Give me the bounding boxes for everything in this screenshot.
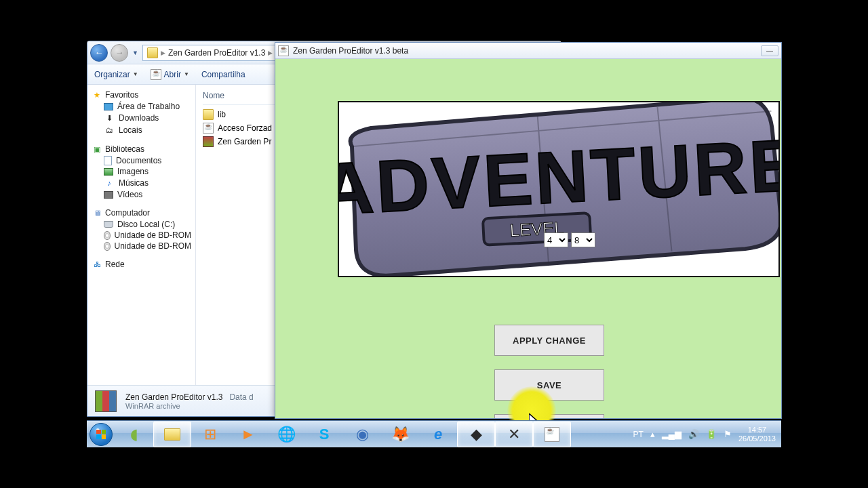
network-icon: 🖧 xyxy=(92,259,102,270)
nav-back-button[interactable]: ← xyxy=(90,44,108,62)
nav-documents[interactable]: Documentos xyxy=(90,155,193,166)
volume-icon[interactable]: 🔊 xyxy=(688,429,699,439)
start-button[interactable] xyxy=(87,421,115,448)
java-icon xyxy=(278,45,289,56)
taskbar-app-1[interactable]: ◖ xyxy=(115,422,153,447)
toolbar-organize[interactable]: Organizar ▼ xyxy=(94,70,138,79)
taskbar-explorer[interactable] xyxy=(153,422,191,447)
computer-icon: 🖥 xyxy=(92,207,102,218)
app-window: Zen Garden ProEditor v1.3 beta — ADVENTU… xyxy=(275,42,782,419)
details-filename: Zen Garden ProEditor v1.3 xyxy=(125,392,222,402)
recent-icon: 🗂 xyxy=(104,125,115,136)
document-icon xyxy=(104,156,112,165)
tools-icon: ✕ xyxy=(508,426,520,443)
nav-images[interactable]: Imagens xyxy=(90,166,193,177)
download-icon: ⬇ xyxy=(104,113,115,123)
nav-locals[interactable]: 🗂Locais xyxy=(90,124,193,136)
system-tray: PT ▴ ▂▄▆ 🔊 🔋 ⚑ 14:57 26/05/2013 xyxy=(627,421,781,447)
details-meta-label: Data d xyxy=(229,392,253,402)
taskbar-app-5[interactable]: 🌐 xyxy=(267,422,305,447)
java-icon xyxy=(203,123,214,134)
play-icon: ► xyxy=(241,426,256,443)
music-icon: ♪ xyxy=(104,178,115,188)
apply-change-button[interactable]: APPLY CHANGE xyxy=(494,325,604,356)
nav-music[interactable]: ♪Músicas xyxy=(90,177,193,189)
video-icon xyxy=(104,191,113,199)
taskbar-app-11[interactable]: ✕ xyxy=(495,422,533,447)
chevron-down-icon: ▼ xyxy=(133,71,138,77)
swirl-icon: ◉ xyxy=(356,426,369,443)
windows-orb-icon xyxy=(90,423,113,446)
clock-time: 14:57 xyxy=(738,426,776,434)
nav-bdrom2[interactable]: Unidade de BD-ROM xyxy=(90,241,193,251)
nav-computer[interactable]: 🖥Computador xyxy=(90,207,193,219)
disk-icon xyxy=(104,221,113,228)
taskbar-app-10[interactable]: ◆ xyxy=(457,422,495,447)
globe-icon: 🌐 xyxy=(277,426,296,443)
cube-icon: ◆ xyxy=(471,426,482,443)
nav-libraries[interactable]: ▣Bibliotecas xyxy=(90,143,193,155)
nav-network[interactable]: 🖧Rede xyxy=(90,258,193,270)
archive-icon xyxy=(93,388,119,414)
nav-desktop[interactable]: Área de Trabalho xyxy=(90,101,193,112)
archive-icon xyxy=(203,136,214,147)
desktop-icon xyxy=(104,103,113,110)
taskbar: ◖ ⊞ ► 🌐 S ◉ 🦊 e ◆ ✕ PT ▴ ▂▄▆ 🔊 🔋 ⚑ 14:57… xyxy=(87,420,781,447)
action-center-icon[interactable]: ⚑ xyxy=(724,429,732,439)
nav-videos[interactable]: Vídeos xyxy=(90,189,193,200)
level-selectors: 4 8 xyxy=(544,232,595,247)
adventure-banner: ADVENTURE LEVEL xyxy=(338,101,780,277)
disc-icon xyxy=(104,231,111,240)
app-title: Zen Garden ProEditor v1.3 beta xyxy=(293,46,408,56)
level-major-select[interactable]: 4 xyxy=(544,232,568,247)
clock-date: 26/05/2013 xyxy=(738,434,776,443)
taskbar-firefox[interactable]: 🦊 xyxy=(381,422,419,447)
battery-icon[interactable]: 🔋 xyxy=(706,429,717,439)
taskbar-java-app[interactable] xyxy=(533,422,571,447)
leaf-icon: ◖ xyxy=(130,426,138,443)
button-column: APPLY CHANGE SAVE xyxy=(494,325,604,418)
chevron-right-icon: ▶ xyxy=(268,49,273,56)
firefox-icon: 🦊 xyxy=(391,426,410,443)
nav-localdisk[interactable]: Disco Local (C:) xyxy=(90,219,193,230)
libraries-icon: ▣ xyxy=(92,144,102,155)
chevron-down-icon: ▼ xyxy=(184,71,189,77)
save-button[interactable]: SAVE xyxy=(494,369,604,401)
level-minor-select[interactable]: 8 xyxy=(571,232,595,247)
skype-icon: S xyxy=(319,426,330,443)
folder-icon xyxy=(203,109,214,120)
nav-forward-button[interactable]: → xyxy=(111,44,128,62)
language-indicator[interactable]: PT xyxy=(633,430,643,439)
picture-icon xyxy=(104,168,113,176)
chevron-right-icon: ▶ xyxy=(161,49,165,56)
app-titlebar[interactable]: Zen Garden ProEditor v1.3 beta — xyxy=(275,43,781,59)
taskbar-media-player[interactable]: ► xyxy=(229,422,267,447)
minimize-button[interactable]: — xyxy=(761,45,778,56)
java-icon xyxy=(151,69,161,80)
taskbar-app-7[interactable]: ◉ xyxy=(343,422,381,447)
tray-chevron-icon[interactable]: ▴ xyxy=(650,429,655,439)
nav-downloads[interactable]: ⬇Downloads xyxy=(90,112,193,124)
taskbar-skype[interactable]: S xyxy=(305,422,343,447)
folder-icon xyxy=(147,47,158,58)
toolbar-share[interactable]: Compartilha xyxy=(201,70,245,79)
third-button-cutoff[interactable] xyxy=(494,414,604,418)
taskbar-app-3[interactable]: ⊞ xyxy=(191,422,229,447)
star-icon: ★ xyxy=(92,89,102,100)
folder-icon xyxy=(164,428,180,441)
java-icon xyxy=(545,427,559,442)
nav-bdrom1[interactable]: Unidade de BD-ROM xyxy=(90,230,193,241)
toolbar-open[interactable]: Abrir ▼ xyxy=(151,69,189,80)
app-body: ADVENTURE LEVEL 4 8 APPLY CHANGE SAVE xyxy=(275,59,781,418)
breadcrumb-segment[interactable]: Zen Garden ProEditor v1.3 xyxy=(168,48,265,58)
network-icon[interactable]: ▂▄▆ xyxy=(662,429,682,439)
taskbar-clock[interactable]: 14:57 26/05/2013 xyxy=(738,426,776,443)
nav-favorites[interactable]: ★Favoritos xyxy=(90,89,193,101)
taskbar-ie[interactable]: e xyxy=(419,422,457,447)
adventure-logo-svg: ADVENTURE LEVEL xyxy=(339,102,778,276)
ie-icon: e xyxy=(434,426,442,443)
disc-icon xyxy=(104,242,111,251)
nav-history-dropdown[interactable]: ▼ xyxy=(131,49,140,56)
taskbar-pinned: ◖ ⊞ ► 🌐 S ◉ 🦊 e ◆ ✕ xyxy=(115,421,571,447)
grid-icon: ⊞ xyxy=(204,426,216,443)
